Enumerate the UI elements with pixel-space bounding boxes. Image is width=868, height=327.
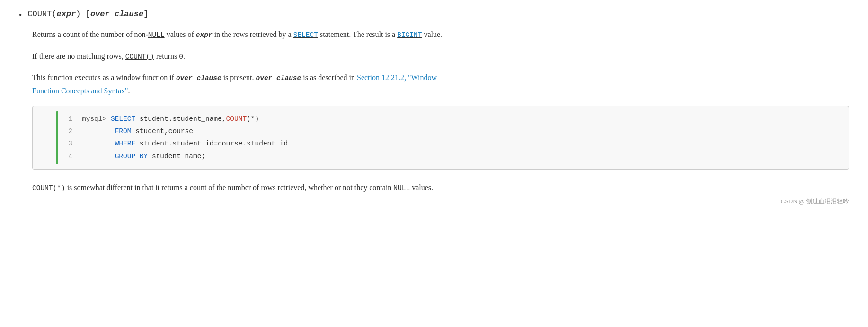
line-code-4: GROUP BY student_name; bbox=[82, 150, 205, 163]
code-line-1: 1 mysql> SELECT student.student_name,COU… bbox=[58, 113, 841, 125]
paragraph-2: If there are no matching rows, COUNT() r… bbox=[32, 50, 849, 63]
line-code-1: mysql> SELECT student.student_name,COUNT… bbox=[82, 113, 259, 125]
paragraph-3: This function executes as a window funct… bbox=[32, 71, 849, 97]
function-entry: • COUNT(expr) [over_clause] bbox=[19, 9, 849, 20]
paragraph-1: Returns a count of the number of non-NUL… bbox=[32, 28, 849, 41]
line-number-3: 3 bbox=[58, 138, 72, 150]
section-link[interactable]: Section 12.21.2, "WindowFunction Concept… bbox=[32, 73, 437, 95]
code-line-3: 3 WHERE student.student_id=course.studen… bbox=[58, 137, 841, 150]
bigint-link[interactable]: BIGINT bbox=[397, 31, 422, 39]
watermark: CSDN @ 刨过血泪泪轻吟 bbox=[32, 197, 849, 206]
code-block: 1 mysql> SELECT student.student_name,COU… bbox=[32, 106, 849, 170]
bottom-note: COUNT(*) is somewhat different in that i… bbox=[32, 181, 849, 194]
line-code-2: FROM student,course bbox=[82, 125, 193, 137]
content-section: Returns a count of the number of non-NUL… bbox=[32, 28, 849, 206]
bullet-dot: • bbox=[19, 10, 22, 20]
select-link[interactable]: SELECT bbox=[293, 31, 318, 39]
code-lines: 1 mysql> SELECT student.student_name,COU… bbox=[58, 106, 849, 169]
line-number-2: 2 bbox=[58, 126, 72, 137]
code-line-4: 4 GROUP BY student_name; bbox=[58, 150, 841, 163]
line-number-4: 4 bbox=[58, 151, 72, 163]
line-number-1: 1 bbox=[58, 113, 72, 125]
function-signature: COUNT(expr) [over_clause] bbox=[27, 9, 148, 18]
line-code-3: WHERE student.student_id=course.student_… bbox=[82, 137, 288, 150]
code-line-2: 2 FROM student,course bbox=[58, 125, 841, 137]
